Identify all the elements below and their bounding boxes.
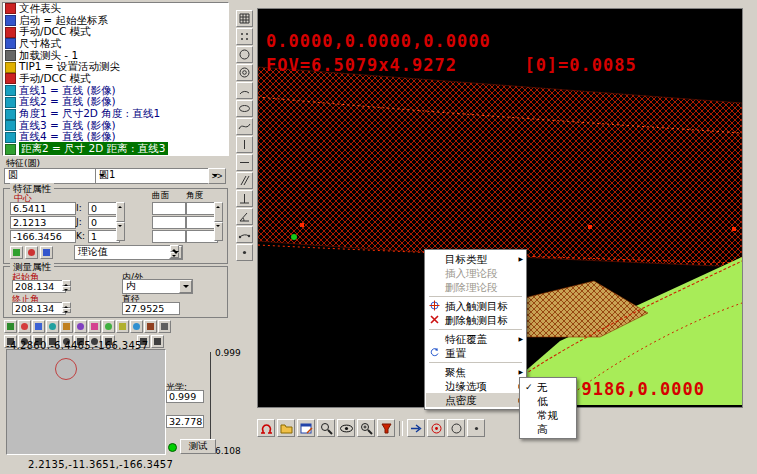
menu-item-focus[interactable]: 聚焦 ▶ — [426, 365, 525, 379]
end-angle-spinner[interactable] — [62, 302, 71, 313]
submenu-item-high[interactable]: 高 — [521, 422, 575, 436]
circle-target-icon[interactable] — [18, 320, 31, 333]
target-circle-icon[interactable] — [427, 419, 445, 437]
eye-icon[interactable] — [337, 419, 355, 437]
inout-combo[interactable]: 内 — [122, 279, 193, 294]
tree-item-label: 距离2 = 尺寸 2D 距离 : 直线3 — [19, 142, 168, 156]
toggle-circle-icon[interactable] — [25, 246, 38, 259]
scan-icon[interactable] — [130, 320, 143, 333]
measured-xyz-readout: 2.2135,-11.3651,-166.3457 — [28, 459, 173, 470]
reset-icon — [429, 347, 440, 358]
surface-offset-field-2[interactable] — [152, 216, 186, 229]
toggle-polar-icon[interactable] — [10, 246, 23, 259]
slider-max-label: 0.999 — [215, 348, 241, 358]
edit-window-icon[interactable] — [297, 419, 315, 437]
feature-properties-group: 特征属性 中心 曲面 角度 6.5411 I: 0 2.1213 J: 0 -1… — [3, 188, 228, 264]
menu-item-target-type[interactable]: 目标类型 ▶ — [426, 252, 525, 266]
menu-item-delete-theo-segment[interactable]: 删除理论段 — [426, 280, 525, 294]
grid-points-icon[interactable] — [158, 320, 171, 333]
target-marker — [300, 223, 304, 227]
menu-label: 聚焦 — [445, 366, 466, 378]
edge-point-icon[interactable] — [46, 320, 59, 333]
menu-label: 目标类型 — [445, 253, 487, 265]
feature-type-combo[interactable]: 圆 — [4, 168, 109, 184]
menu-item-point-density[interactable]: 点密度 ▶ — [426, 393, 525, 407]
menu-label: 删除理论段 — [445, 281, 498, 293]
center-x-field[interactable]: 6.5411 — [10, 202, 76, 215]
start-angle-spinner[interactable] — [62, 280, 71, 291]
angle-point-icon[interactable] — [74, 320, 87, 333]
submenu-label: 高 — [537, 423, 548, 435]
dot-grid-tool-icon[interactable] — [236, 28, 253, 45]
profile-icon[interactable] — [144, 320, 157, 333]
center-z-field[interactable]: -166.3456 — [10, 230, 76, 243]
hline-tool-icon[interactable] — [236, 154, 253, 171]
vector-spinner[interactable] — [116, 202, 125, 241]
theoretical-value-combo[interactable]: 理论值 — [74, 245, 183, 260]
viewport-context-menu: 目标类型 ▶ 插入理论段 删除理论段 插入触测目标 删除触测目标 特征覆盖 ▶ … — [424, 249, 527, 410]
menu-item-insert-theo-segment[interactable]: 插入理论段 — [426, 266, 525, 280]
center-y-field[interactable]: 2.1213 — [10, 216, 76, 229]
measure-properties-group: 测量属性 起始角 内/外 208.134 内 终止角 直径 208.134 27… — [3, 266, 228, 318]
menu-item-reset[interactable]: 重置 — [426, 346, 525, 360]
menu-item-insert-probe-target[interactable]: 插入触测目标 — [426, 299, 525, 313]
toolbar-separator — [399, 421, 403, 436]
arc-segment-tool-icon[interactable] — [236, 226, 253, 243]
arrow-right-icon[interactable] — [407, 419, 425, 437]
file-header-icon — [5, 3, 16, 14]
line-feature-icon — [5, 85, 16, 96]
inout-value: 内 — [126, 280, 136, 291]
parallel-lines-tool-icon[interactable] — [236, 172, 253, 189]
manual-dcc-mode-icon — [5, 73, 16, 84]
vline-tool-icon[interactable] — [236, 136, 253, 153]
probe-omega-icon[interactable] — [257, 419, 275, 437]
active-tip-icon — [5, 62, 16, 73]
surface-offset-field-1[interactable] — [152, 202, 186, 215]
submenu-item-normal[interactable]: 常规 — [521, 408, 575, 422]
magnification-value-field[interactable]: 32.778 — [166, 415, 204, 428]
corner-point-icon[interactable] — [88, 320, 101, 333]
perpendicular-tool-icon[interactable] — [236, 190, 253, 207]
curve-tool-icon[interactable] — [236, 118, 253, 135]
best-fit-icon[interactable] — [4, 320, 17, 333]
menu-item-delete-probe-target[interactable]: 删除触测目标 — [426, 313, 525, 327]
tree-item-distance2-selected[interactable]: 距离2 = 尺寸 2D 距离 : 直线3 — [3, 143, 228, 155]
diameter-field[interactable]: 27.9525 — [122, 302, 180, 315]
open-folder-icon[interactable] — [277, 419, 295, 437]
video-preview-pane[interactable] — [6, 349, 166, 455]
circle-outline-icon[interactable] — [447, 419, 465, 437]
arc-tool-icon[interactable] — [236, 82, 253, 99]
menu-separator — [429, 362, 522, 363]
submenu-item-none[interactable]: ✓ 无 — [521, 380, 575, 394]
submenu-item-low[interactable]: 低 — [521, 394, 575, 408]
start-angle-field[interactable]: 208.134 — [12, 280, 66, 293]
angle-tool-icon[interactable] — [236, 208, 253, 225]
edit-window-command-list: 文件表头 启动 = 起始坐标系 手动/DCC 模式 尺寸格式 加载测头 - 1 … — [2, 2, 229, 156]
circle-tool-icon[interactable] — [236, 46, 253, 63]
point-tool-icon[interactable] — [236, 244, 253, 261]
grid-tool-icon[interactable] — [236, 10, 253, 27]
optical-value-field[interactable]: 0.999 — [166, 390, 204, 403]
auto-feature-icon[interactable] — [102, 320, 115, 333]
point-small-icon[interactable] — [467, 419, 485, 437]
line-feature-icon — [5, 132, 16, 143]
magnification-slider[interactable] — [210, 352, 214, 452]
concentric-circle-tool-icon[interactable] — [236, 64, 253, 81]
surface-offset-field-3[interactable] — [152, 230, 186, 243]
pattern-icon[interactable] — [116, 320, 129, 333]
magnifier-icon[interactable] — [317, 419, 335, 437]
menu-item-edge-options[interactable]: 边缘选项 ▶ — [426, 379, 525, 393]
insert-probe-target-icon — [429, 300, 440, 311]
ellipse-tool-icon[interactable] — [236, 100, 253, 117]
offset-spinner[interactable] — [214, 202, 223, 241]
vector-target-icon[interactable] — [32, 320, 45, 333]
toggle-axis-icon[interactable] — [40, 246, 53, 259]
surface-point-icon[interactable] — [60, 320, 73, 333]
magnifier-plus-icon[interactable] — [357, 419, 375, 437]
menu-item-feature-override[interactable]: 特征覆盖 ▶ — [426, 332, 525, 346]
test-button[interactable]: 测试 — [180, 439, 216, 454]
feature-name-combo[interactable]: 圆1 — [95, 168, 222, 184]
funnel-icon[interactable] — [377, 419, 395, 437]
report-view-icon[interactable] — [151, 335, 164, 348]
end-angle-field[interactable]: 208.134 — [12, 302, 66, 315]
